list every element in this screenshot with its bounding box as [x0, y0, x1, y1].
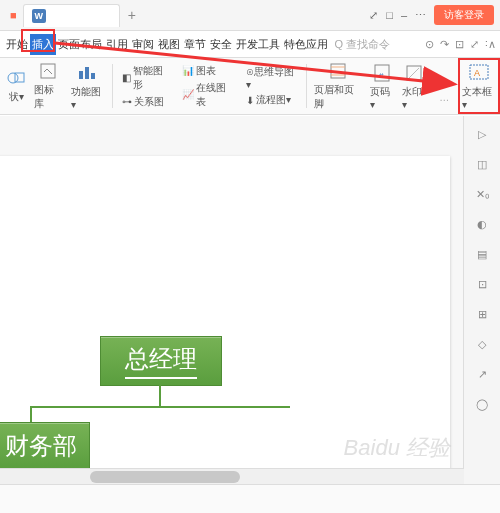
svg-rect-4 [85, 67, 89, 79]
scrollbar-thumb[interactable] [90, 471, 240, 483]
tab-sections[interactable]: 章节 [182, 34, 208, 55]
org-connector [30, 406, 290, 408]
side-icon-2[interactable]: ◫ [474, 156, 490, 172]
textbox-button[interactable]: A文本框▾ [458, 61, 500, 112]
menu-icon-3[interactable]: ⊡ [455, 38, 464, 51]
menu-tabs: 开始 插入 页面布局 引用 审阅 视图 章节 安全 开发工具 特色应用 [4, 34, 330, 55]
window-btn-1[interactable]: ⤢ [369, 9, 378, 22]
search-placeholder: 查找命令 [346, 37, 390, 52]
tab-page-layout[interactable]: 页面布局 [56, 34, 104, 55]
menu-right-icons: ⊙ ↷ ⊡ ⤢ ∶∧ [425, 38, 496, 51]
relation-button[interactable]: ⊶关系图 [119, 94, 174, 110]
ribbon: 状▾ 图标库 功能图▾ ◧智能图形 ⊶关系图 📊图表 📈在线图表 ⊙思维导图▾ … [0, 58, 500, 115]
menu-icon-2[interactable]: ↷ [440, 38, 449, 51]
side-icon-6[interactable]: ⊡ [474, 276, 490, 292]
tab-dev-tools[interactable]: 开发工具 [234, 34, 282, 55]
shapes-button[interactable]: 状▾ [2, 66, 30, 106]
fn-chart-icon [78, 63, 98, 83]
online-chart-button[interactable]: 📈在线图表 [179, 80, 237, 110]
document-canvas[interactable]: 总经理 财务部 内部 市场部 [0, 116, 464, 469]
org-connector [159, 384, 161, 406]
status-bar [0, 484, 500, 513]
smartart-icon: ◧ [122, 72, 131, 83]
menu-icon-4[interactable]: ⤢ [470, 38, 479, 51]
search-area[interactable]: Q 查找命令 [334, 37, 390, 52]
document-tab[interactable]: W [23, 4, 120, 27]
org-root[interactable]: 总经理 [100, 336, 222, 386]
svg-rect-2 [41, 64, 55, 78]
watermark-button[interactable]: 水印▾ [398, 61, 430, 112]
svg-rect-6 [331, 64, 345, 78]
title-right: ⤢ □ – ⋯ 访客登录 [369, 5, 500, 25]
search-icon: Q [334, 38, 343, 50]
svg-text:#: # [379, 71, 384, 80]
side-icon-1[interactable]: ▷ [474, 126, 490, 142]
menu-bar: 开始 插入 页面布局 引用 审阅 视图 章节 安全 开发工具 特色应用 Q 查找… [0, 31, 500, 58]
tab-special[interactable]: 特色应用 [282, 34, 330, 55]
fn-chart-button[interactable]: 功能图▾ [67, 61, 109, 112]
svg-text:A: A [474, 68, 480, 78]
icon-lib-icon [38, 61, 58, 81]
flow-icon: ⬇ [246, 95, 254, 106]
title-bar: ■ W + ⤢ □ – ⋯ 访客登录 [0, 0, 500, 31]
header-footer-icon [328, 61, 348, 81]
online-chart-icon: 📈 [182, 89, 194, 100]
shapes-icon [6, 68, 26, 88]
menu-icon-5[interactable]: ∶∧ [485, 38, 496, 51]
window-btn-4[interactable]: ⋯ [415, 9, 426, 22]
add-tab-button[interactable]: + [128, 7, 136, 23]
side-panel: ▷ ◫ ✕₀ ◐ ▤ ⊡ ⊞ ◇ ↗ ◯ [463, 116, 500, 485]
window-btn-3[interactable]: – [401, 9, 407, 21]
textbox-icon: A [469, 63, 489, 83]
side-icon-5[interactable]: ▤ [474, 246, 490, 262]
side-icon-4[interactable]: ◐ [474, 216, 490, 232]
page-num-icon: # [372, 63, 392, 83]
svg-rect-5 [91, 73, 95, 79]
side-icon-9[interactable]: ↗ [474, 366, 490, 382]
word-icon: W [32, 9, 46, 23]
tab-security[interactable]: 安全 [208, 34, 234, 55]
window-btn-2[interactable]: □ [386, 9, 393, 21]
more-icon: ⋯ [434, 70, 454, 90]
chart-button[interactable]: 📊图表 [179, 63, 237, 79]
flow-button[interactable]: ⬇流程图▾ [243, 92, 300, 108]
tab-review[interactable]: 审阅 [130, 34, 156, 55]
horizontal-scrollbar[interactable] [0, 468, 464, 485]
side-icon-8[interactable]: ◇ [474, 336, 490, 352]
org-connector [30, 406, 32, 422]
chart-icon: 📊 [182, 65, 194, 76]
menu-icon-1[interactable]: ⊙ [425, 38, 434, 51]
app-logo: ■ [10, 9, 17, 21]
org-finance[interactable]: 财务部 [0, 422, 90, 469]
side-icon-10[interactable]: ◯ [474, 396, 490, 412]
page-num-button[interactable]: #页码▾ [366, 61, 398, 112]
watermark-icon [404, 63, 424, 83]
tab-references[interactable]: 引用 [104, 34, 130, 55]
header-footer-button[interactable]: 页眉和页脚 [310, 59, 366, 113]
side-icon-7[interactable]: ⊞ [474, 306, 490, 322]
side-icon-3[interactable]: ✕₀ [474, 186, 490, 202]
mindmap-button[interactable]: ⊙思维导图▾ [243, 64, 300, 91]
smartart-button[interactable]: ◧智能图形 [119, 63, 174, 93]
tab-start[interactable]: 开始 [4, 34, 30, 55]
svg-rect-3 [79, 71, 83, 79]
relation-icon: ⊶ [122, 96, 132, 107]
document-page: 总经理 财务部 内部 市场部 [0, 156, 450, 469]
login-button[interactable]: 访客登录 [434, 5, 494, 25]
tab-insert[interactable]: 插入 [30, 34, 56, 55]
icon-lib-button[interactable]: 图标库 [30, 59, 67, 113]
tab-view[interactable]: 视图 [156, 34, 182, 55]
more-button[interactable]: ⋯… [430, 68, 458, 105]
svg-line-12 [409, 68, 419, 78]
tab-area: ■ W + [0, 4, 136, 27]
